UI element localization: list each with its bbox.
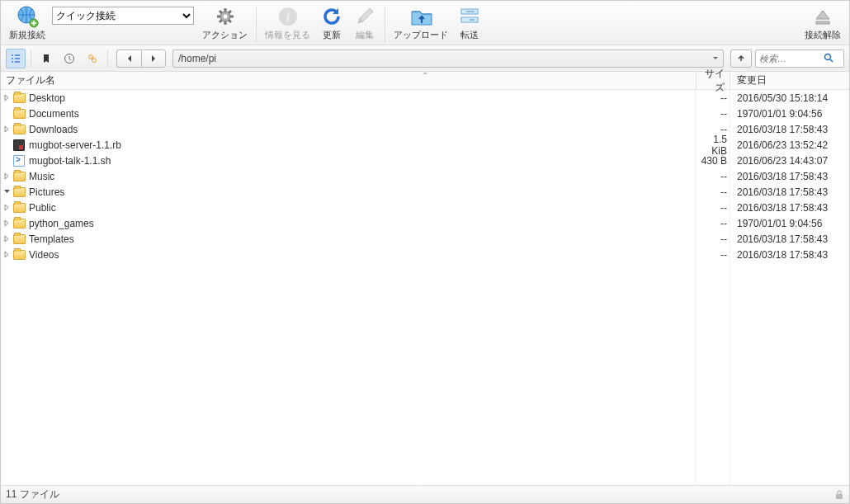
chevron-down-icon[interactable] [708, 56, 723, 61]
expand-toggle-icon[interactable] [1, 125, 12, 133]
search-icon[interactable] [824, 53, 834, 64]
nav-forward-button[interactable] [141, 49, 166, 68]
path-field[interactable]: /home/pi [172, 49, 724, 68]
expand-toggle-icon[interactable] [1, 172, 12, 180]
nav-up-button[interactable] [730, 49, 752, 68]
pencil-icon [353, 5, 376, 28]
file-row[interactable]: Templates--2016/03/18 17:58:43 [1, 231, 849, 247]
file-row[interactable]: Documents--1970/01/01 9:04:56 [1, 106, 849, 121]
edit-label: 編集 [356, 29, 374, 41]
new-connection-button[interactable]: 新規接続 [4, 3, 50, 43]
svg-point-12 [825, 54, 831, 60]
search-box[interactable] [755, 49, 844, 68]
info-label: 情報を見る [265, 29, 310, 41]
file-row[interactable]: Pictures--2016/03/18 17:58:43 [1, 184, 849, 200]
folder-icon [12, 248, 26, 261]
file-name: Videos [29, 249, 59, 261]
column-name-header[interactable]: ファイル名 [1, 73, 696, 87]
transfer-button[interactable]: 転送 [453, 3, 486, 43]
expand-toggle-icon[interactable] [1, 204, 12, 211]
column-header-row: ⌃ ファイル名 サイズ 変更日 [1, 72, 849, 90]
file-modified: 2016/06/23 14:43:07 [730, 155, 849, 167]
view-list-icon[interactable] [6, 49, 26, 68]
upload-folder-icon [409, 5, 432, 28]
action-button[interactable]: アクション [197, 3, 253, 43]
folder-icon [12, 217, 26, 230]
file-modified: 2016/03/18 17:58:43 [730, 171, 849, 182]
folder-icon [12, 201, 26, 214]
folder-icon [12, 92, 26, 105]
column-modified-header[interactable]: 変更日 [730, 73, 849, 87]
file-modified: 2016/03/18 17:58:43 [730, 233, 849, 245]
bonjour-icon[interactable] [83, 49, 102, 68]
file-size: -- [696, 202, 730, 214]
disconnect-button[interactable]: 接続解除 [800, 3, 846, 43]
file-name: Public [29, 202, 56, 214]
edit-button[interactable]: 編集 [348, 3, 381, 43]
file-modified: 2016/03/18 17:58:43 [730, 186, 849, 198]
expand-toggle-icon[interactable] [1, 94, 12, 101]
folder-icon [12, 107, 26, 120]
toolbar-separator [256, 7, 257, 43]
file-row[interactable]: mugbot-talk-1.1.sh430 B2016/06/23 14:43:… [1, 153, 849, 168]
file-modified: 2016/06/23 13:52:42 [730, 139, 849, 151]
history-icon[interactable] [59, 49, 79, 68]
file-list[interactable]: Desktop--2016/05/30 15:18:14Documents--1… [1, 90, 849, 485]
path-text: /home/pi [173, 53, 708, 64]
file-modified: 1970/01/01 9:04:56 [730, 218, 849, 229]
file-modified: 2016/03/18 17:58:43 [730, 249, 849, 261]
file-name: python_games [29, 218, 94, 229]
svg-point-3 [223, 15, 227, 19]
transfer-label: 転送 [460, 29, 479, 41]
globe-plus-icon [16, 5, 39, 28]
file-size: -- [696, 233, 730, 245]
upload-button[interactable]: アップロード [389, 3, 453, 43]
folder-icon [12, 170, 26, 183]
quick-connect-dropdown[interactable]: クイック接続 [52, 7, 194, 25]
ruby-file-icon [12, 139, 26, 152]
file-size: -- [696, 171, 730, 182]
file-name: Desktop [29, 92, 65, 104]
file-size: 1.5 KiB [696, 134, 730, 157]
info-button[interactable]: i 情報を見る [260, 3, 315, 43]
file-row[interactable]: Public--2016/03/18 17:58:43 [1, 200, 849, 215]
file-row[interactable]: mugbot-server-1.1.rb1.5 KiB2016/06/23 13… [1, 137, 849, 153]
file-row[interactable]: Music--2016/03/18 17:58:43 [1, 168, 849, 184]
expand-toggle-icon[interactable] [1, 219, 12, 227]
nav-separator [107, 49, 108, 68]
folder-icon [12, 123, 26, 136]
file-modified: 2016/05/30 15:18:14 [730, 92, 849, 104]
file-name: Music [29, 171, 54, 182]
disconnect-label: 接続解除 [805, 29, 841, 41]
file-name: mugbot-talk-1.1.sh [29, 155, 111, 167]
file-size: -- [696, 108, 730, 120]
nav-separator [31, 49, 31, 68]
folder-icon [12, 233, 26, 246]
search-input[interactable] [759, 54, 824, 64]
file-row[interactable]: Videos--2016/03/18 17:58:43 [1, 247, 849, 262]
expand-toggle-icon[interactable] [1, 235, 12, 243]
file-size: -- [696, 249, 730, 261]
action-label: アクション [202, 29, 248, 41]
svg-rect-13 [836, 494, 843, 499]
expand-toggle-icon[interactable] [1, 188, 12, 195]
file-row[interactable]: python_games--1970/01/01 9:04:56 [1, 215, 849, 231]
info-icon: i [276, 5, 300, 28]
file-name: Downloads [29, 124, 78, 135]
refresh-label: 更新 [323, 29, 341, 41]
file-modified: 2016/03/18 17:58:43 [730, 202, 849, 214]
new-connection-label: 新規接続 [9, 29, 45, 41]
gear-icon [214, 5, 237, 28]
file-row[interactable]: Desktop--2016/05/30 15:18:14 [1, 90, 849, 106]
refresh-icon [320, 5, 343, 28]
main-toolbar: 新規接続 クイック接続 アクション i 情報を見る 更新 編集 [1, 1, 849, 45]
expand-toggle-icon[interactable] [1, 251, 12, 258]
upload-label: アップロード [394, 29, 448, 41]
bookmark-icon[interactable] [36, 49, 56, 68]
folder-icon [12, 186, 26, 199]
refresh-button[interactable]: 更新 [315, 3, 348, 43]
file-name: Pictures [29, 186, 64, 198]
nav-back-button[interactable] [116, 49, 141, 68]
file-size: -- [696, 218, 730, 229]
svg-rect-8 [816, 21, 829, 24]
